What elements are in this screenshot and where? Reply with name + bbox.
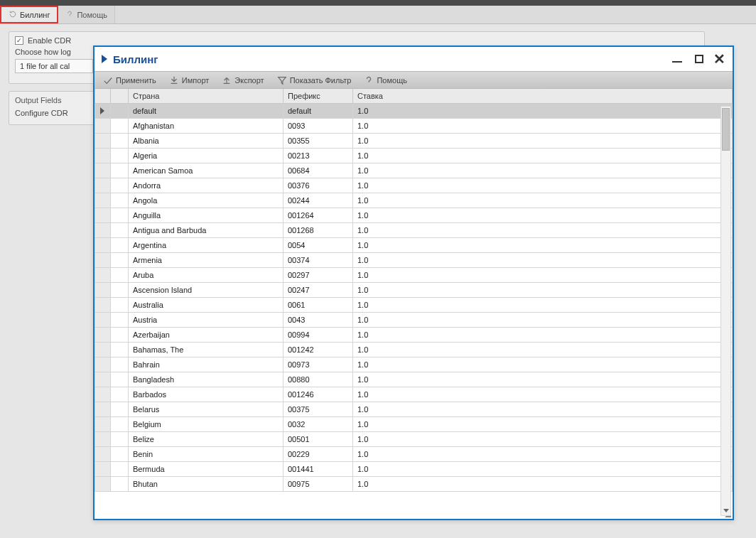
cell-rate[interactable]: 1.0 [353,133,733,148]
row-indicator[interactable] [95,193,111,208]
cell-country[interactable]: Bhutan [129,476,284,491]
table-row[interactable]: Azerbaijan009941.0 [95,327,733,342]
cell-rate[interactable]: 1.0 [353,267,733,282]
cell-country[interactable]: Algeria [129,148,284,163]
row-indicator-header[interactable] [95,89,111,103]
table-row[interactable]: Anguilla0012641.0 [95,208,733,222]
cell-country[interactable]: Belgium [129,416,284,431]
table-row[interactable]: Barbados0012461.0 [95,387,733,402]
cell-country[interactable]: Andorra [129,178,284,193]
row-indicator[interactable] [95,118,111,133]
column-prefix[interactable]: Префикс [284,89,353,103]
cell-country[interactable]: Ascension Island [129,282,284,297]
table-row[interactable]: Bangladesh008801.0 [95,372,733,387]
cell-prefix[interactable]: 00375 [284,402,353,416]
cell-rate[interactable]: 1.0 [353,461,733,476]
cell-country[interactable]: Angola [129,193,284,208]
cell-prefix[interactable]: 00244 [284,193,353,208]
row-indicator[interactable] [95,282,111,297]
scrollbar-thumb[interactable] [722,108,730,151]
cell-rate[interactable]: 1.0 [353,327,733,342]
table-row[interactable]: Belarus003751.0 [95,402,733,416]
table-row[interactable]: Australia00611.0 [95,297,733,312]
row-indicator[interactable] [95,163,111,178]
table-row[interactable]: Ascension Island002471.0 [95,282,733,297]
table-row[interactable]: Bermuda0014411.0 [95,461,733,476]
cell-country[interactable]: default [129,103,284,118]
minimize-button[interactable] [672,61,682,63]
cell-rate[interactable]: 1.0 [353,103,733,118]
cell-rate[interactable]: 1.0 [353,297,733,312]
cell-prefix[interactable]: 001246 [284,387,353,402]
cell-prefix[interactable]: 0032 [284,416,353,431]
cell-rate[interactable]: 1.0 [353,208,733,222]
row-indicator[interactable] [95,312,111,327]
cell-rate[interactable]: 1.0 [353,431,733,446]
cell-prefix[interactable]: 0061 [284,297,353,312]
cell-rate[interactable]: 1.0 [353,193,733,208]
enable-cdr-checkbox[interactable]: ✓ [15,36,23,45]
cell-prefix[interactable]: 00501 [284,431,353,446]
close-button[interactable]: ✕ [713,52,725,66]
table-row[interactable]: Antigua and Barbuda0012681.0 [95,222,733,237]
row-indicator[interactable] [95,416,111,431]
row-indicator[interactable] [95,476,111,491]
row-indicator[interactable] [95,103,111,118]
cell-rate[interactable]: 1.0 [353,252,733,267]
cell-rate[interactable]: 1.0 [353,148,733,163]
table-row[interactable]: Bhutan009751.0 [95,476,733,491]
table-row[interactable]: Aruba002971.0 [95,267,733,282]
cell-rate[interactable]: 1.0 [353,342,733,357]
cell-prefix[interactable]: 001268 [284,222,353,237]
cell-rate[interactable]: 1.0 [353,282,733,297]
cell-rate[interactable]: 1.0 [353,372,733,387]
cell-country[interactable]: Armenia [129,252,284,267]
table-row[interactable]: Angola002441.0 [95,193,733,208]
row-indicator[interactable] [95,446,111,461]
cell-country[interactable]: Barbados [129,387,284,402]
row-indicator[interactable] [95,357,111,372]
cell-prefix[interactable]: 00229 [284,446,353,461]
row-indicator[interactable] [95,178,111,193]
cell-country[interactable]: Afghanistan [129,118,284,133]
table-row[interactable]: Austria00431.0 [95,312,733,327]
export-button[interactable]: Экспорт [216,74,269,87]
table-row[interactable]: Afghanistan00931.0 [95,118,733,133]
cell-country[interactable]: Austria [129,312,284,327]
cell-prefix[interactable]: 00374 [284,252,353,267]
cell-country[interactable]: Antigua and Barbuda [129,222,284,237]
cell-country[interactable]: Aruba [129,267,284,282]
billing-table[interactable]: Страна Префикс Ставка defaultdefault1.0A… [94,89,733,492]
cell-rate[interactable]: 1.0 [353,387,733,402]
table-row[interactable]: Bahrain009731.0 [95,357,733,372]
cell-prefix[interactable]: 00973 [284,357,353,372]
log-mode-select[interactable]: 1 file for all cal [15,59,93,73]
cell-prefix[interactable]: 00247 [284,282,353,297]
cell-rate[interactable]: 1.0 [353,416,733,431]
cell-country[interactable]: Bahamas, The [129,342,284,357]
row-indicator[interactable] [95,133,111,148]
cell-prefix[interactable]: 00994 [284,327,353,342]
cell-country[interactable]: Anguilla [129,208,284,222]
cell-rate[interactable]: 1.0 [353,446,733,461]
row-indicator[interactable] [95,148,111,163]
row-indicator[interactable] [95,431,111,446]
row-indicator[interactable] [95,402,111,416]
column-rate[interactable]: Ставка [353,89,733,103]
vertical-scrollbar[interactable] [720,106,731,516]
cell-rate[interactable]: 1.0 [353,476,733,491]
toolbar-help-button[interactable]: Помощь [358,74,413,87]
cell-rate[interactable]: 1.0 [353,357,733,372]
row-indicator[interactable] [95,342,111,357]
tab-help[interactable]: Помощь [58,6,115,23]
row-indicator[interactable] [95,461,111,476]
cell-country[interactable]: Australia [129,297,284,312]
cell-rate[interactable]: 1.0 [353,178,733,193]
table-row[interactable]: Argentina00541.0 [95,237,733,252]
cell-prefix[interactable]: 00355 [284,133,353,148]
tab-billing[interactable]: Биллинг [0,6,58,23]
row-indicator[interactable] [95,387,111,402]
cell-rate[interactable]: 1.0 [353,312,733,327]
table-row[interactable]: Belgium00321.0 [95,416,733,431]
table-row[interactable]: defaultdefault1.0 [95,103,733,118]
